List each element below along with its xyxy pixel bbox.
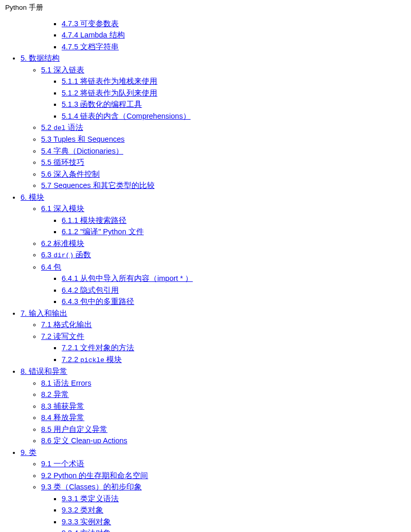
toc-link[interactable]: 6.4 包 bbox=[41, 263, 61, 271]
toc-item: 6.4.2 隐式包引用 bbox=[62, 285, 411, 295]
toc-item: 6.4 包6.4.1 从包中导入所有内容（import * ）6.4.2 隐式包… bbox=[41, 262, 411, 307]
toc-item: 7.1 格式化输出 bbox=[41, 319, 411, 330]
toc-item: 9.3 类（Classes）的初步印象9.3.1 类定义语法9.3.2 类对象9… bbox=[41, 482, 411, 532]
toc-item: 5.6 深入条件控制 bbox=[41, 169, 411, 179]
toc-link[interactable]: 4.7.4 Lambda 结构 bbox=[62, 31, 125, 39]
toc-link[interactable]: 7.2.1 文件对象的方法 bbox=[62, 344, 134, 352]
toc-item: 5.5 循环技巧 bbox=[41, 157, 411, 167]
toc-item: 6.1.1 模块搜索路径 bbox=[62, 215, 411, 225]
toc-item: 8.3 捕获异常 bbox=[41, 401, 411, 411]
toc-link[interactable]: 6.2 标准模块 bbox=[41, 239, 84, 248]
toc-link-ch7[interactable]: 7. 输入和输出 bbox=[21, 309, 67, 317]
toc-item: 9.3.4 方法对象 bbox=[62, 528, 411, 532]
toc-item: 7.2 读写文件7.2.1 文件对象的方法7.2.2 pickle 模块 bbox=[41, 331, 411, 365]
toc-item: 9.3.1 类定义语法 bbox=[62, 493, 411, 504]
toc-link[interactable]: 7.2 读写文件 bbox=[41, 332, 84, 340]
toc-item: 4.7.3 可变参数表 bbox=[62, 18, 411, 29]
toc-item: 8.2 异常 bbox=[41, 389, 411, 400]
page-title: Python 手册 bbox=[0, 0, 411, 16]
toc-link[interactable]: 4.7.5 文档字符串 bbox=[62, 43, 119, 51]
toc-link-ch8[interactable]: 8. 错误和异常 bbox=[21, 367, 67, 375]
toc-link-ch5[interactable]: 5. 数据结构 bbox=[21, 54, 60, 62]
toc-link[interactable]: 5.3 Tuples 和 Sequences bbox=[41, 135, 125, 143]
toc-link[interactable]: 8.4 释放异常 bbox=[41, 413, 84, 422]
toc-link[interactable]: 6.1.2 "编译" Python 文件 bbox=[62, 227, 144, 236]
toc-item: 9.1 一个术语 bbox=[41, 459, 411, 469]
toc-link-ch9[interactable]: 9. 类 bbox=[21, 448, 36, 457]
toc-item: 5.4 字典（Dictionaries） bbox=[41, 146, 411, 156]
toc-item: 8.4 释放异常 bbox=[41, 412, 411, 423]
toc-link[interactable]: 7.1 格式化输出 bbox=[41, 320, 92, 329]
toc-item: 5.1.3 函数化的编程工具 bbox=[62, 99, 411, 109]
toc-link[interactable]: 5.1.4 链表的内含（Comprehensions） bbox=[62, 112, 191, 120]
toc-item: 6.2 标准模块 bbox=[41, 238, 411, 249]
toc-link[interactable]: 6.1.1 模块搜索路径 bbox=[62, 216, 126, 224]
toc-item: 9.2 Python 的生存期和命名空间 bbox=[41, 470, 411, 481]
toc-link[interactable]: 9.3.4 方法对象 bbox=[62, 529, 111, 532]
toc-item: 5.1.4 链表的内含（Comprehensions） bbox=[62, 111, 411, 121]
toc-item: 6.4.1 从包中导入所有内容（import * ） bbox=[62, 273, 411, 283]
toc-content: 4.7.3 可变参数表4.7.4 Lambda 结构4.7.5 文档字符串 5.… bbox=[0, 16, 411, 532]
toc-link[interactable]: 7.2.2 pickle 模块 bbox=[62, 355, 122, 364]
toc-link[interactable]: 6.3 dir() 函数 bbox=[41, 251, 91, 259]
toc-item: 9.3.2 类对象 bbox=[62, 505, 411, 515]
toc-item: 6.4.3 包中的多重路径 bbox=[62, 296, 411, 307]
toc-item: 4.7.4 Lambda 结构 bbox=[62, 30, 411, 40]
toc-link[interactable]: 5.4 字典（Dictionaries） bbox=[41, 147, 123, 155]
toc-item: 6.3 dir() 函数 bbox=[41, 250, 411, 260]
toc-link[interactable]: 8.3 捕获异常 bbox=[41, 402, 84, 410]
toc-link[interactable]: 8.5 用户自定义异常 bbox=[41, 425, 107, 433]
toc-link[interactable]: 6.4.3 包中的多重路径 bbox=[62, 297, 134, 306]
toc-item: 4.7.5 文档字符串 bbox=[62, 42, 411, 52]
toc-item: 5.1 深入链表5.1.1 将链表作为堆栈来使用5.1.2 将链表作为队列来使用… bbox=[41, 65, 411, 121]
toc-link[interactable]: 9.1 一个术语 bbox=[41, 460, 84, 468]
toc-item: 6.1.2 "编译" Python 文件 bbox=[62, 226, 411, 237]
toc-item: 7.2.1 文件对象的方法 bbox=[62, 343, 411, 353]
toc-item: 8.1 语法 Errors bbox=[41, 378, 411, 388]
toc-link[interactable]: 6.4.1 从包中导入所有内容（import * ） bbox=[62, 274, 193, 282]
toc-item: 9.3.3 实例对象 bbox=[62, 517, 411, 527]
toc-item: 7.2.2 pickle 模块 bbox=[62, 354, 411, 365]
toc-item: 8.6 定义 Clean-up Actions bbox=[41, 435, 411, 446]
toc-link[interactable]: 4.7.3 可变参数表 bbox=[62, 20, 119, 28]
toc-item: 5.2 del 语法 bbox=[41, 122, 411, 133]
toc-link[interactable]: 9.3.3 实例对象 bbox=[62, 518, 111, 526]
toc-item: 5.3 Tuples 和 Sequences bbox=[41, 134, 411, 144]
toc-link[interactable]: 8.2 异常 bbox=[41, 390, 69, 398]
toc-link[interactable]: 5.1 深入链表 bbox=[41, 66, 84, 74]
toc-link[interactable]: 9.3.2 类对象 bbox=[62, 506, 103, 514]
toc-root: 4.7.3 可变参数表4.7.4 Lambda 结构4.7.5 文档字符串 5.… bbox=[0, 18, 411, 533]
toc-link[interactable]: 9.3 类（Classes）的初步印象 bbox=[41, 483, 142, 491]
toc-item: 5.1.2 将链表作为队列来使用 bbox=[62, 88, 411, 98]
toc-link[interactable]: 5.2 del 语法 bbox=[41, 123, 83, 131]
toc-link[interactable]: 6.1 深入模块 bbox=[41, 204, 84, 213]
toc-link[interactable]: 9.3.1 类定义语法 bbox=[62, 495, 119, 503]
toc-link[interactable]: 6.4.2 隐式包引用 bbox=[62, 286, 119, 294]
toc-link[interactable]: 5.5 循环技巧 bbox=[41, 158, 84, 166]
toc-link-ch6[interactable]: 6. 模块 bbox=[21, 193, 44, 201]
toc-link[interactable]: 5.1.2 将链表作为队列来使用 bbox=[62, 89, 157, 97]
toc-link[interactable]: 9.2 Python 的生存期和命名空间 bbox=[41, 471, 148, 480]
toc-link[interactable]: 8.1 语法 Errors bbox=[41, 379, 91, 387]
toc-link[interactable]: 8.6 定义 Clean-up Actions bbox=[41, 436, 127, 445]
toc-link[interactable]: 5.1.3 函数化的编程工具 bbox=[62, 100, 142, 108]
toc-item: 5.1.1 将链表作为堆栈来使用 bbox=[62, 76, 411, 86]
toc-link[interactable]: 5.1.1 将链表作为堆栈来使用 bbox=[62, 77, 157, 85]
toc-item: 8.5 用户自定义异常 bbox=[41, 424, 411, 434]
toc-item: 5.7 Sequences 和其它类型的比较 bbox=[41, 180, 411, 191]
toc-link[interactable]: 5.7 Sequences 和其它类型的比较 bbox=[41, 181, 155, 189]
toc-item: 6.1 深入模块6.1.1 模块搜索路径6.1.2 "编译" Python 文件 bbox=[41, 203, 411, 237]
toc-link[interactable]: 5.6 深入条件控制 bbox=[41, 170, 100, 178]
